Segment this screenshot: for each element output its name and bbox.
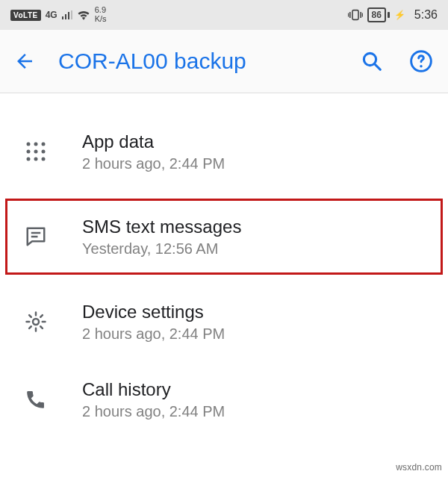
item-subtitle: Yesterday, 12:56 AM (82, 240, 430, 258)
volte-badge: VoLTE (10, 10, 41, 21)
battery-percent: 86 (372, 10, 382, 20)
svg-point-17 (42, 158, 46, 161)
item-subtitle: 2 hours ago, 2:44 PM (82, 155, 430, 172)
vibrate-icon (348, 9, 363, 21)
svg-point-13 (34, 150, 38, 154)
status-bar: VoLTE 4G 6.9 K/s 86 ⚡ 5:36 (0, 0, 448, 30)
svg-point-12 (27, 150, 31, 154)
list-item-sms[interactable]: SMS text messages Yesterday, 12:56 AM (4, 198, 444, 275)
charging-icon: ⚡ (394, 10, 405, 20)
settings-icon (22, 311, 49, 333)
list-item-app-data[interactable]: App data 2 hours ago, 2:44 PM (0, 113, 448, 190)
status-right: 86 ⚡ 5:36 (348, 7, 438, 22)
item-subtitle: 2 hours ago, 2:44 PM (82, 325, 430, 343)
status-left: VoLTE 4G 6.9 K/s (10, 6, 107, 23)
svg-point-9 (27, 143, 31, 146)
apps-icon (22, 140, 49, 163)
item-subtitle: 2 hours ago, 2:44 PM (82, 403, 430, 420)
svg-line-6 (375, 64, 381, 70)
help-button[interactable] (408, 49, 435, 73)
wifi-icon (77, 10, 90, 20)
svg-point-20 (33, 319, 39, 325)
svg-point-15 (27, 158, 31, 161)
item-title: Device settings (82, 302, 430, 322)
svg-point-14 (42, 150, 46, 154)
svg-rect-3 (71, 10, 72, 19)
svg-point-16 (34, 158, 38, 161)
item-title: SMS text messages (82, 216, 430, 237)
battery-indicator: 86 (367, 7, 390, 22)
item-title: Call history (82, 379, 430, 400)
svg-point-10 (34, 143, 38, 146)
list-item-device-settings[interactable]: Device settings 2 hours ago, 2:44 PM (0, 283, 448, 361)
battery-nub-icon (388, 12, 390, 18)
clock: 5:36 (414, 8, 438, 22)
signal-icon (62, 10, 72, 19)
phone-icon (22, 389, 49, 410)
sms-icon (22, 225, 49, 248)
speed-unit: K/s (95, 15, 107, 24)
svg-point-8 (420, 65, 422, 67)
search-button[interactable] (358, 50, 385, 72)
item-title: App data (82, 131, 430, 152)
svg-rect-1 (65, 14, 66, 19)
page-title: COR-AL00 backup (58, 49, 336, 74)
app-bar: COR-AL00 backup (0, 30, 448, 93)
network-gen-label: 4G (46, 10, 57, 19)
back-button[interactable] (13, 50, 36, 72)
backup-items-list: App data 2 hours ago, 2:44 PM SMS text m… (0, 93, 448, 438)
list-item-call-history[interactable]: Call history 2 hours ago, 2:44 PM (0, 361, 448, 438)
network-speed: 6.9 K/s (95, 6, 107, 23)
svg-rect-4 (352, 10, 358, 20)
svg-rect-2 (68, 12, 69, 19)
svg-point-11 (42, 143, 46, 146)
svg-rect-0 (62, 16, 63, 19)
watermark: wsxdn.com (396, 462, 442, 473)
